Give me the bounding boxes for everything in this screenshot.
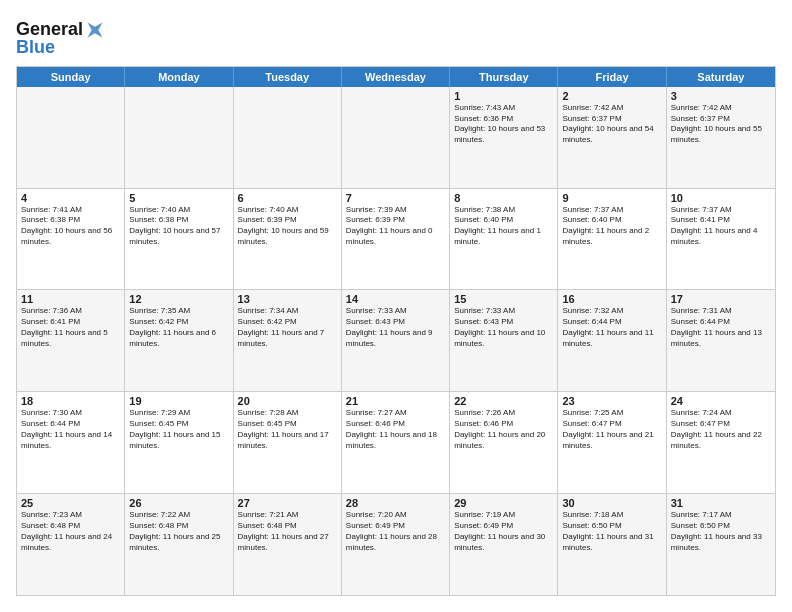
day-number: 29 <box>454 497 553 509</box>
calendar-cell: 24Sunrise: 7:24 AM Sunset: 6:47 PM Dayli… <box>667 392 775 493</box>
day-details: Sunrise: 7:26 AM Sunset: 6:46 PM Dayligh… <box>454 408 553 451</box>
day-details: Sunrise: 7:43 AM Sunset: 6:36 PM Dayligh… <box>454 103 553 146</box>
day-number: 15 <box>454 293 553 305</box>
calendar-cell: 17Sunrise: 7:31 AM Sunset: 6:44 PM Dayli… <box>667 290 775 391</box>
calendar-cell <box>17 87 125 188</box>
calendar-cell: 6Sunrise: 7:40 AM Sunset: 6:39 PM Daylig… <box>234 189 342 290</box>
day-number: 31 <box>671 497 771 509</box>
calendar-cell: 2Sunrise: 7:42 AM Sunset: 6:37 PM Daylig… <box>558 87 666 188</box>
day-number: 1 <box>454 90 553 102</box>
day-details: Sunrise: 7:23 AM Sunset: 6:48 PM Dayligh… <box>21 510 120 553</box>
calendar-row-1: 4Sunrise: 7:41 AM Sunset: 6:38 PM Daylig… <box>17 189 775 291</box>
calendar-cell: 23Sunrise: 7:25 AM Sunset: 6:47 PM Dayli… <box>558 392 666 493</box>
header-day-monday: Monday <box>125 67 233 87</box>
day-details: Sunrise: 7:34 AM Sunset: 6:42 PM Dayligh… <box>238 306 337 349</box>
day-details: Sunrise: 7:35 AM Sunset: 6:42 PM Dayligh… <box>129 306 228 349</box>
calendar-cell: 10Sunrise: 7:37 AM Sunset: 6:41 PM Dayli… <box>667 189 775 290</box>
calendar-cell: 19Sunrise: 7:29 AM Sunset: 6:45 PM Dayli… <box>125 392 233 493</box>
day-number: 8 <box>454 192 553 204</box>
day-number: 18 <box>21 395 120 407</box>
calendar-row-4: 25Sunrise: 7:23 AM Sunset: 6:48 PM Dayli… <box>17 494 775 595</box>
calendar-cell: 22Sunrise: 7:26 AM Sunset: 6:46 PM Dayli… <box>450 392 558 493</box>
logo-text-blue: Blue <box>16 38 105 58</box>
logo: General Blue <box>16 20 105 58</box>
calendar-cell: 8Sunrise: 7:38 AM Sunset: 6:40 PM Daylig… <box>450 189 558 290</box>
day-number: 3 <box>671 90 771 102</box>
day-details: Sunrise: 7:38 AM Sunset: 6:40 PM Dayligh… <box>454 205 553 248</box>
day-number: 24 <box>671 395 771 407</box>
day-number: 5 <box>129 192 228 204</box>
day-number: 7 <box>346 192 445 204</box>
day-number: 20 <box>238 395 337 407</box>
day-details: Sunrise: 7:40 AM Sunset: 6:38 PM Dayligh… <box>129 205 228 248</box>
calendar-cell: 28Sunrise: 7:20 AM Sunset: 6:49 PM Dayli… <box>342 494 450 595</box>
calendar-cell: 12Sunrise: 7:35 AM Sunset: 6:42 PM Dayli… <box>125 290 233 391</box>
day-details: Sunrise: 7:40 AM Sunset: 6:39 PM Dayligh… <box>238 205 337 248</box>
day-number: 16 <box>562 293 661 305</box>
day-details: Sunrise: 7:39 AM Sunset: 6:39 PM Dayligh… <box>346 205 445 248</box>
calendar-row-2: 11Sunrise: 7:36 AM Sunset: 6:41 PM Dayli… <box>17 290 775 392</box>
calendar-cell: 25Sunrise: 7:23 AM Sunset: 6:48 PM Dayli… <box>17 494 125 595</box>
header-day-thursday: Thursday <box>450 67 558 87</box>
calendar-cell <box>125 87 233 188</box>
header-day-wednesday: Wednesday <box>342 67 450 87</box>
day-details: Sunrise: 7:37 AM Sunset: 6:40 PM Dayligh… <box>562 205 661 248</box>
page: General Blue SundayMondayTuesdayWednesda… <box>0 0 792 612</box>
day-number: 11 <box>21 293 120 305</box>
day-number: 23 <box>562 395 661 407</box>
calendar-cell: 3Sunrise: 7:42 AM Sunset: 6:37 PM Daylig… <box>667 87 775 188</box>
day-details: Sunrise: 7:19 AM Sunset: 6:49 PM Dayligh… <box>454 510 553 553</box>
day-details: Sunrise: 7:31 AM Sunset: 6:44 PM Dayligh… <box>671 306 771 349</box>
calendar-cell: 20Sunrise: 7:28 AM Sunset: 6:45 PM Dayli… <box>234 392 342 493</box>
calendar-row-3: 18Sunrise: 7:30 AM Sunset: 6:44 PM Dayli… <box>17 392 775 494</box>
day-number: 2 <box>562 90 661 102</box>
header-day-sunday: Sunday <box>17 67 125 87</box>
calendar-cell: 14Sunrise: 7:33 AM Sunset: 6:43 PM Dayli… <box>342 290 450 391</box>
calendar-cell <box>342 87 450 188</box>
day-details: Sunrise: 7:24 AM Sunset: 6:47 PM Dayligh… <box>671 408 771 451</box>
day-details: Sunrise: 7:37 AM Sunset: 6:41 PM Dayligh… <box>671 205 771 248</box>
day-details: Sunrise: 7:17 AM Sunset: 6:50 PM Dayligh… <box>671 510 771 553</box>
day-number: 12 <box>129 293 228 305</box>
calendar-cell: 7Sunrise: 7:39 AM Sunset: 6:39 PM Daylig… <box>342 189 450 290</box>
calendar-cell: 11Sunrise: 7:36 AM Sunset: 6:41 PM Dayli… <box>17 290 125 391</box>
calendar-body: 1Sunrise: 7:43 AM Sunset: 6:36 PM Daylig… <box>17 87 775 595</box>
calendar-cell: 15Sunrise: 7:33 AM Sunset: 6:43 PM Dayli… <box>450 290 558 391</box>
calendar-header-row: SundayMondayTuesdayWednesdayThursdayFrid… <box>17 67 775 87</box>
day-number: 21 <box>346 395 445 407</box>
header-day-saturday: Saturday <box>667 67 775 87</box>
day-details: Sunrise: 7:27 AM Sunset: 6:46 PM Dayligh… <box>346 408 445 451</box>
day-details: Sunrise: 7:21 AM Sunset: 6:48 PM Dayligh… <box>238 510 337 553</box>
header-day-friday: Friday <box>558 67 666 87</box>
day-details: Sunrise: 7:41 AM Sunset: 6:38 PM Dayligh… <box>21 205 120 248</box>
calendar-cell: 13Sunrise: 7:34 AM Sunset: 6:42 PM Dayli… <box>234 290 342 391</box>
day-number: 30 <box>562 497 661 509</box>
day-details: Sunrise: 7:28 AM Sunset: 6:45 PM Dayligh… <box>238 408 337 451</box>
day-details: Sunrise: 7:33 AM Sunset: 6:43 PM Dayligh… <box>346 306 445 349</box>
calendar-cell: 16Sunrise: 7:32 AM Sunset: 6:44 PM Dayli… <box>558 290 666 391</box>
day-details: Sunrise: 7:20 AM Sunset: 6:49 PM Dayligh… <box>346 510 445 553</box>
logo-bird-icon <box>85 20 105 40</box>
day-number: 26 <box>129 497 228 509</box>
calendar-cell: 26Sunrise: 7:22 AM Sunset: 6:48 PM Dayli… <box>125 494 233 595</box>
day-number: 14 <box>346 293 445 305</box>
calendar-cell: 29Sunrise: 7:19 AM Sunset: 6:49 PM Dayli… <box>450 494 558 595</box>
calendar-cell: 5Sunrise: 7:40 AM Sunset: 6:38 PM Daylig… <box>125 189 233 290</box>
calendar-cell: 21Sunrise: 7:27 AM Sunset: 6:46 PM Dayli… <box>342 392 450 493</box>
day-number: 9 <box>562 192 661 204</box>
day-details: Sunrise: 7:42 AM Sunset: 6:37 PM Dayligh… <box>562 103 661 146</box>
day-number: 28 <box>346 497 445 509</box>
day-number: 17 <box>671 293 771 305</box>
day-details: Sunrise: 7:30 AM Sunset: 6:44 PM Dayligh… <box>21 408 120 451</box>
calendar-cell: 27Sunrise: 7:21 AM Sunset: 6:48 PM Dayli… <box>234 494 342 595</box>
day-details: Sunrise: 7:36 AM Sunset: 6:41 PM Dayligh… <box>21 306 120 349</box>
calendar-cell: 4Sunrise: 7:41 AM Sunset: 6:38 PM Daylig… <box>17 189 125 290</box>
day-number: 19 <box>129 395 228 407</box>
day-number: 22 <box>454 395 553 407</box>
day-details: Sunrise: 7:42 AM Sunset: 6:37 PM Dayligh… <box>671 103 771 146</box>
calendar: SundayMondayTuesdayWednesdayThursdayFrid… <box>16 66 776 596</box>
day-number: 25 <box>21 497 120 509</box>
calendar-cell: 1Sunrise: 7:43 AM Sunset: 6:36 PM Daylig… <box>450 87 558 188</box>
day-number: 4 <box>21 192 120 204</box>
calendar-cell <box>234 87 342 188</box>
